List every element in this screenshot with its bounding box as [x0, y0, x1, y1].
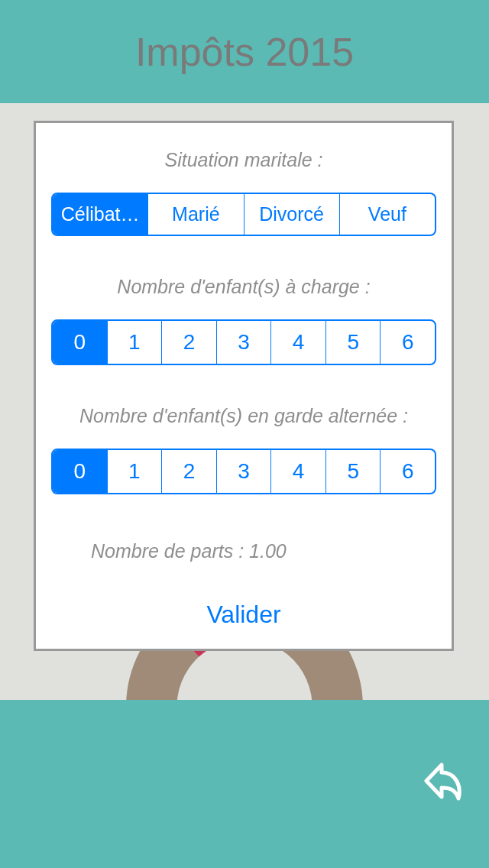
custody-option-2[interactable]: 2 — [162, 450, 217, 493]
children-option-0[interactable]: 0 — [53, 321, 108, 364]
marital-option-divorce[interactable]: Divorcé — [244, 194, 340, 235]
children-count-segmented: 0 1 2 3 4 5 6 — [51, 319, 436, 365]
custody-option-4[interactable]: 4 — [271, 450, 326, 493]
custody-option-5[interactable]: 5 — [326, 450, 381, 493]
children-option-1[interactable]: 1 — [108, 321, 163, 364]
settings-modal: Situation maritale : Célibat… Marié Divo… — [34, 121, 454, 651]
marital-option-marie[interactable]: Marié — [148, 194, 244, 235]
children-option-4[interactable]: 4 — [271, 321, 326, 364]
page-title: Impôts 2015 — [135, 29, 354, 75]
back-arrow-icon — [413, 754, 466, 808]
custody-option-6[interactable]: 6 — [381, 450, 435, 493]
children-option-3[interactable]: 3 — [217, 321, 272, 364]
back-button[interactable] — [413, 754, 466, 811]
marital-option-veuf[interactable]: Veuf — [340, 194, 435, 235]
custody-count-segmented: 0 1 2 3 4 5 6 — [51, 449, 436, 494]
custody-option-0[interactable]: 0 — [53, 450, 108, 493]
validate-button[interactable]: Valider — [199, 598, 288, 632]
children-option-2[interactable]: 2 — [162, 321, 217, 364]
marital-status-label: Situation maritale : — [51, 149, 436, 171]
children-option-6[interactable]: 6 — [381, 321, 435, 364]
custody-option-1[interactable]: 1 — [108, 450, 163, 493]
custody-count-label: Nombre d'enfant(s) en garde alternée : — [51, 405, 436, 427]
marital-option-celibataire[interactable]: Célibat… — [53, 194, 148, 235]
custody-option-3[interactable]: 3 — [217, 450, 272, 493]
app-header: Impôts 2015 — [0, 0, 489, 103]
marital-status-segmented: Célibat… Marié Divorcé Veuf — [51, 193, 436, 236]
parts-count-label: Nombre de parts : 1.00 — [51, 540, 436, 562]
children-count-label: Nombre d'enfant(s) à charge : — [51, 276, 436, 298]
children-option-5[interactable]: 5 — [326, 321, 381, 364]
